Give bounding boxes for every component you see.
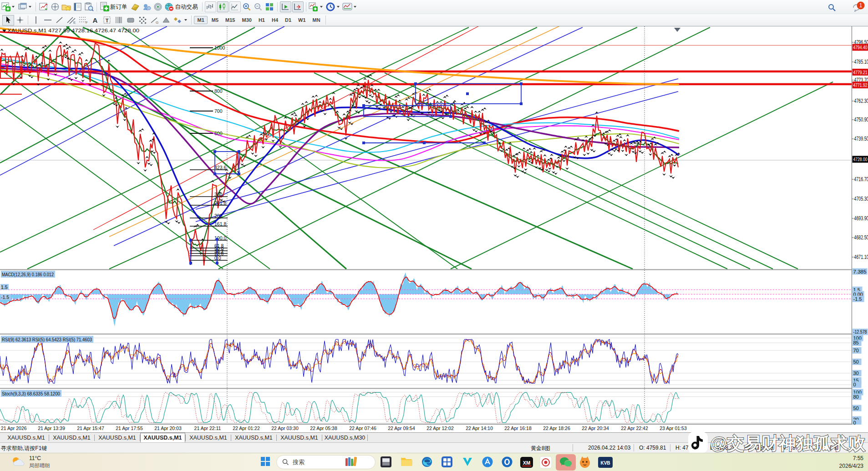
svg-text:22 Apr 16:18: 22 Apr 16:18 <box>504 425 532 431</box>
svg-text:21 Apr 20:03: 21 Apr 20:03 <box>154 425 182 431</box>
svg-text:KVB: KVB <box>600 461 610 466</box>
svg-text:22 Apr 03:30: 22 Apr 03:30 <box>271 425 299 431</box>
svg-text:XAUUSD.s,M1 4727.59 4728.16 4: XAUUSD.s,M1 4727.59 4728.16 4726.47 4728… <box>7 28 139 33</box>
svg-text:-1.5: -1.5 <box>1 294 9 300</box>
svg-text:70: 70 <box>853 348 859 353</box>
svg-text:50: 50 <box>853 359 859 365</box>
svg-text:4693.90: 4693.90 <box>854 215 868 222</box>
svg-text:0: 0 <box>853 382 856 387</box>
svg-text:22 Apr 07:46: 22 Apr 07:46 <box>349 425 376 431</box>
svg-text:1.5: 1.5 <box>1 284 8 290</box>
svg-text:22 Apr 12:02: 22 Apr 12:02 <box>426 425 454 431</box>
svg-text:F: F <box>86 20 88 25</box>
svg-text:0.0: 0.0 <box>214 255 221 261</box>
svg-text:22 Apr 22:42: 22 Apr 22:42 <box>621 425 648 431</box>
svg-text:4716.70: 4716.70 <box>854 176 868 182</box>
svg-text:1: 1 <box>859 2 863 9</box>
svg-text:161.8: 161.8 <box>214 221 226 227</box>
svg-text:4671.10: 4671.10 <box>854 254 868 260</box>
svg-text:22 Apr 09:54: 22 Apr 09:54 <box>388 425 415 431</box>
svg-text:423.6: 423.6 <box>214 165 226 170</box>
svg-text:-12.578: -12.578 <box>853 329 867 334</box>
svg-text:700: 700 <box>214 108 223 114</box>
svg-text:22 Apr 05:38: 22 Apr 05:38 <box>310 425 337 431</box>
svg-text:21 Apr 22:11: 21 Apr 22:11 <box>194 425 221 431</box>
svg-text:300: 300 <box>214 192 223 197</box>
svg-text:4771.92: 4771.92 <box>853 82 868 88</box>
svg-text:85: 85 <box>853 340 859 345</box>
svg-text:22 Apr 18:26: 22 Apr 18:26 <box>543 425 570 431</box>
svg-text:21 Apr 2026: 21 Apr 2026 <box>1 425 27 431</box>
svg-text:1000: 1000 <box>214 45 225 51</box>
svg-text:4762.30: 4762.30 <box>854 98 868 104</box>
svg-text:4739.50: 4739.50 <box>854 136 868 142</box>
svg-text:7.385: 7.385 <box>853 269 867 274</box>
svg-text:XM: XM <box>523 460 531 466</box>
svg-text:22 Apr 20:34: 22 Apr 20:34 <box>582 425 609 431</box>
svg-text:261.8: 261.8 <box>214 200 226 206</box>
svg-text:22 Apr 14:10: 22 Apr 14:10 <box>466 425 493 431</box>
svg-text:80: 80 <box>853 394 859 400</box>
svg-text:RSI(9) 62.3613 RSI(5) 64.5423: RSI(9) 62.3613 RSI(5) 64.5423 RSI(5) 71.… <box>2 337 92 342</box>
svg-text:30: 30 <box>853 370 859 376</box>
svg-text:200: 200 <box>214 213 223 218</box>
svg-text:4682.50: 4682.50 <box>854 234 868 241</box>
svg-text:21 Apr 15:47: 21 Apr 15:47 <box>77 425 104 431</box>
svg-text:21 Apr 17:55: 21 Apr 17:55 <box>116 425 143 431</box>
svg-text:23 Apr 01:53: 23 Apr 01:53 <box>660 425 687 431</box>
svg-text:4705.30: 4705.30 <box>854 196 868 202</box>
svg-text:50: 50 <box>853 405 859 411</box>
svg-text:-1.5: -1.5 <box>853 296 862 302</box>
svg-text:4779.21: 4779.21 <box>853 70 868 75</box>
svg-text:Stoch(9,3,3) 68.6335 58.1200: Stoch(9,3,3) 68.6335 58.1200 <box>2 391 60 396</box>
svg-text:800: 800 <box>214 88 223 94</box>
svg-text:600: 600 <box>214 131 223 136</box>
svg-text:4750.90: 4750.90 <box>854 116 868 123</box>
svg-text:4785.10: 4785.10 <box>854 59 868 65</box>
svg-text:4794.40: 4794.40 <box>853 45 868 50</box>
svg-text:21 Apr 13:39: 21 Apr 13:39 <box>38 425 65 431</box>
svg-text:E: E <box>73 20 76 25</box>
svg-text:22 Apr 01:22: 22 Apr 01:22 <box>233 425 260 431</box>
svg-text:MACD(12,26,9) 0.186 0.012: MACD(12,26,9) 0.186 0.012 <box>2 272 54 277</box>
svg-text:@交易财神独孤求败: @交易财神独孤求败 <box>710 434 866 453</box>
svg-text:G: G <box>156 20 158 25</box>
svg-text:T: T <box>106 18 109 23</box>
svg-text:4728.00: 4728.00 <box>853 157 868 162</box>
